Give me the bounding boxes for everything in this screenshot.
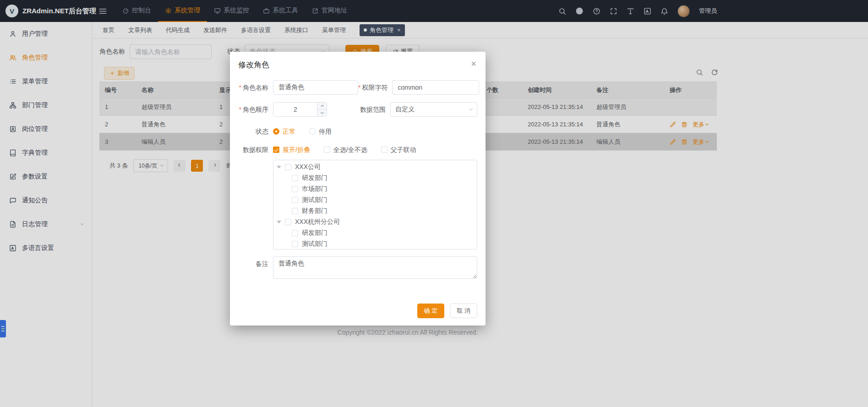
dialog-title: 修改角色 [238,60,269,69]
checkbox-icon[interactable] [292,186,298,192]
permission-tree: XXX公司 研发部门 市场部门 测试部门 财务部门 XXX杭州分公司 [273,160,477,250]
tree-node[interactable]: 研发部门 [273,228,477,239]
close-icon[interactable]: × [471,59,476,68]
data-permission-label: 数据权限 [230,142,273,157]
checkbox-select-all[interactable]: 全选/全不选 [324,142,367,157]
edit-role-dialog: 修改角色 × *角色名称 *权限字符 *角色顺序 [230,52,486,326]
checkbox-parent-child-link[interactable]: 父子联动 [381,142,416,157]
checkbox-icon [381,147,388,153]
dialog-footer: 确 定 取 消 [417,304,477,318]
radio-normal[interactable]: 正常 [273,124,295,139]
cancel-button[interactable]: 取 消 [450,304,477,318]
checkbox-icon[interactable] [292,241,298,247]
role-key-label: *权限字符 [358,80,392,95]
dialog-header: 修改角色 × [230,52,486,76]
radio-icon [309,128,316,135]
checkbox-expand-collapse[interactable]: 展开/折叠 [273,142,310,157]
data-scope-select[interactable]: 自定义 [390,102,477,117]
remark-textarea[interactable]: 普通角色 [273,256,477,279]
status-label: 状态 [230,124,273,139]
checkbox-icon[interactable] [292,197,298,203]
checkbox-icon[interactable] [285,164,291,170]
radio-disabled[interactable]: 停用 [309,124,332,139]
checkbox-icon[interactable] [285,219,291,225]
tree-node[interactable]: 市场部门 [273,184,477,195]
caret-down-icon[interactable] [277,221,281,223]
role-key-input[interactable] [392,80,479,95]
dialog-body: *角色名称 *权限字符 *角色顺序 数据范围 [230,76,486,279]
radio-icon [273,128,279,135]
data-scope-value: 自定义 [395,105,415,114]
role-sort-label: *角色顺序 [230,102,273,117]
permission-checkbox-group: 展开/折叠 全选/全不选 父子联动 [273,142,428,157]
decrease-button[interactable] [317,110,327,117]
tree-node[interactable]: XXX公司 [273,162,477,173]
remark-label: 备注 [230,256,273,279]
tree-node[interactable]: 测试部门 [273,195,477,206]
role-sort-stepper[interactable] [273,102,327,117]
checkbox-icon [273,147,279,153]
checkbox-icon [324,147,330,153]
tree-node[interactable]: 测试部门 [273,239,477,250]
tree-node[interactable]: 研发部门 [273,173,477,184]
checkbox-icon[interactable] [292,208,298,214]
increase-button[interactable] [317,103,327,110]
checkbox-icon[interactable] [292,230,298,236]
caret-down-icon[interactable] [277,166,281,168]
chevron-down-icon [469,107,473,110]
data-scope-label: 数据范围 [358,102,390,117]
confirm-button[interactable]: 确 定 [417,304,445,318]
checkbox-icon[interactable] [292,175,298,181]
role-name-input[interactable] [273,80,358,95]
status-radio-group: 正常 停用 [273,124,344,139]
tree-node[interactable]: 财务部门 [273,206,477,217]
tree-node[interactable]: XXX杭州分公司 [273,217,477,228]
role-name-label: *角色名称 [230,80,273,95]
